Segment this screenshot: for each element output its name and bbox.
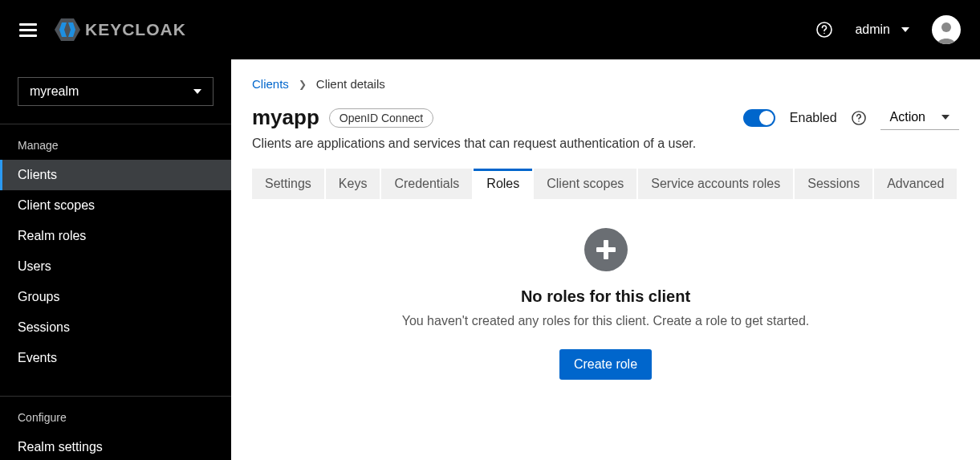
- empty-title: No roles for this client: [268, 287, 943, 306]
- sidebar-item-events[interactable]: Events: [0, 343, 231, 373]
- sidebar-item-client-scopes[interactable]: Client scopes: [0, 190, 231, 221]
- user-menu[interactable]: admin: [855, 22, 909, 37]
- tab-service-accounts-roles[interactable]: Service accounts roles: [638, 169, 793, 199]
- section-header-manage: Manage: [0, 134, 231, 160]
- enabled-toggle[interactable]: [743, 109, 775, 127]
- section-header-configure: Configure: [0, 406, 231, 432]
- chevron-down-icon: [941, 115, 950, 120]
- sidebar-item-realm-roles[interactable]: Realm roles: [0, 221, 231, 251]
- chevron-right-icon: ❯: [299, 79, 307, 90]
- sidebar-item-users[interactable]: Users: [0, 251, 231, 282]
- topbar-left: KEYCLOAK: [19, 18, 186, 41]
- keycloak-icon: [55, 18, 80, 41]
- avatar[interactable]: [932, 15, 961, 44]
- menu-toggle-icon[interactable]: [19, 23, 37, 37]
- realm-selector[interactable]: myrealm: [18, 77, 213, 106]
- topbar: KEYCLOAK admin: [0, 0, 980, 59]
- breadcrumb-current: Client details: [316, 77, 385, 91]
- tab-credentials[interactable]: Credentials: [381, 169, 472, 199]
- sidebar-item-sessions[interactable]: Sessions: [0, 312, 231, 343]
- sidebar-item-groups[interactable]: Groups: [0, 282, 231, 312]
- svg-point-5: [941, 22, 951, 32]
- breadcrumb: Clients ❯ Client details: [252, 77, 959, 91]
- realm-name: myrealm: [30, 84, 79, 99]
- tab-keys[interactable]: Keys: [326, 169, 380, 199]
- page-actions: Enabled Action: [743, 105, 959, 130]
- page-subtitle: Clients are applications and services th…: [252, 136, 959, 151]
- tab-sessions[interactable]: Sessions: [795, 169, 872, 199]
- svg-rect-9: [596, 247, 616, 252]
- tab-roles[interactable]: Roles: [474, 169, 532, 199]
- help-icon[interactable]: [816, 22, 832, 38]
- svg-point-7: [858, 120, 859, 121]
- sidebar-item-clients[interactable]: Clients: [0, 160, 231, 190]
- empty-state: No roles for this client You haven't cre…: [252, 199, 959, 409]
- create-role-button[interactable]: Create role: [559, 349, 652, 380]
- svg-marker-0: [55, 18, 80, 41]
- chevron-down-icon: [901, 27, 909, 32]
- brand-logo[interactable]: KEYCLOAK: [55, 18, 186, 41]
- brand-text: KEYCLOAK: [85, 20, 186, 39]
- plus-circle-icon: [584, 228, 628, 271]
- empty-description: You haven't created any roles for this c…: [268, 314, 943, 328]
- page-header: myapp OpenID Connect Enabled Action: [252, 105, 959, 130]
- action-label: Action: [890, 110, 925, 124]
- page-title: myapp: [252, 105, 319, 130]
- tab-client-scopes[interactable]: Client scopes: [534, 169, 636, 199]
- sidebar-item-realm-settings[interactable]: Realm settings: [0, 432, 231, 460]
- sidebar: myrealm Manage Clients Client scopes Rea…: [0, 59, 231, 460]
- topbar-right: admin: [816, 15, 961, 44]
- chevron-down-icon: [193, 89, 201, 94]
- tab-advanced[interactable]: Advanced: [874, 169, 957, 199]
- svg-point-4: [824, 33, 826, 35]
- breadcrumb-link-clients[interactable]: Clients: [252, 77, 289, 91]
- user-name: admin: [855, 22, 890, 37]
- enabled-label: Enabled: [790, 111, 837, 125]
- main-content: Clients ❯ Client details myapp OpenID Co…: [231, 59, 980, 460]
- action-dropdown[interactable]: Action: [880, 105, 959, 130]
- protocol-badge: OpenID Connect: [329, 108, 433, 128]
- help-icon[interactable]: [852, 111, 866, 125]
- tabs: Settings Keys Credentials Roles Client s…: [252, 169, 959, 199]
- tab-settings[interactable]: Settings: [252, 169, 324, 199]
